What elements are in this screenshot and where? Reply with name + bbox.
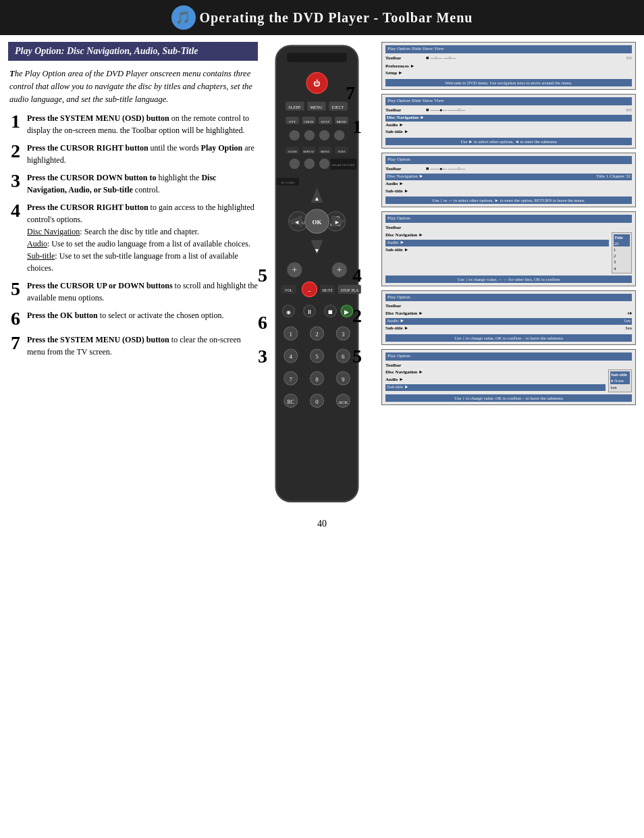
ss1-title: Play Option Slide Show View [385,45,632,53]
svg-text:REPAT: REPAT [321,150,329,153]
ss6-title: Play Option [385,352,632,361]
svg-text:6: 6 [342,353,345,360]
ss5-footer: Use ↕ to change value, OK to confirm – t… [385,334,632,342]
svg-text:OK: OK [313,219,322,226]
svg-text:+: + [337,265,342,275]
svg-text:REPEAT: REPEAT [303,150,314,153]
svg-point-32 [319,159,329,169]
ss6-footer: Use ↕ to change value, OK to confirm – t… [385,394,632,402]
ss3-title: Play Option [385,156,632,164]
svg-text:OTY: OTY [289,120,296,124]
svg-text:⏹: ⏹ [327,309,333,315]
ss1-footer: Welcome to DVD menu. Use navigation keys… [385,79,632,86]
step-1-content: Press the SYSTEM MENU (OSD) button on th… [27,112,258,136]
step-7-number: 7 [8,334,23,352]
step-5-number: 5 [8,280,23,298]
screenshot-5: Play Option Toolbar Disc Navigation ►4♦ … [381,290,636,345]
step-4: 4 Press the CURSOR RIGHT button to gain … [8,201,258,274]
step-2-number: 2 [8,142,23,161]
step-4-content: Press the CURSOR RIGHT button to gain ac… [27,201,258,274]
step-6-number: 6 [8,309,23,328]
left-column: Play Option: Disc Navigation, Audio, Sub… [8,42,258,508]
page-number: 40 [0,519,644,540]
page-header: 🎵 Operating the DVD Player - Toolbar Men… [0,0,644,35]
overlay-4: 4 [352,265,362,286]
svg-text:►: ► [334,219,340,226]
svg-point-20 [319,130,329,140]
step-5: 5 Press the CURSOR UP or DOWN buttons to… [8,280,258,304]
step-2: 2 Press the CURSOR RIGHT button until th… [8,142,258,166]
screenshot-4: Play Option Toolbar Disc Navigation ► Au… [381,211,636,286]
svg-text:MENU: MENU [337,120,347,124]
step-2-content: Press the CURSOR RIGHT button until the … [27,142,258,166]
overlay-2: 2 [352,305,362,327]
visual-area: 7 1 5 6 4 2 5 3 ⏻ [265,42,636,508]
svg-text:7: 7 [290,376,293,383]
screenshots-column: Play Option Slide Show View Toolbar ■ —○… [381,42,636,508]
svg-text:◉: ◉ [286,309,291,315]
svg-text:SYST: SYST [321,120,329,124]
overlay-7: 7 [346,82,355,104]
ss5-title: Play Option [385,294,632,302]
svg-text:+: + [292,265,297,275]
svg-text:STOP: STOP [341,288,350,292]
svg-text:5: 5 [315,353,319,360]
ss2-footer: Use ► to select other options, ◄ to ente… [385,138,632,145]
svg-text:9: 9 [342,376,345,383]
svg-point-18 [290,130,300,140]
screenshot-2: Play Option Slide Show View Toolbar ■ ——… [381,94,636,149]
svg-text:AUDIO: AUDIO [288,150,297,153]
svg-text:RC: RC [288,399,294,405]
svg-text:SUBT: SUBT [338,150,346,153]
svg-text:MENU: MENU [310,105,323,109]
svg-point-31 [304,159,315,169]
intro-paragraph: The Play Option area of the DVD Player o… [8,68,258,105]
overlay-5b: 5 [352,346,362,367]
overlay-6: 6 [258,312,267,334]
step-5-content: Press the CURSOR UP or DOWN buttons to s… [27,280,258,304]
svg-text:▲: ▲ [314,195,320,202]
step-3: 3 Press the CURSOR DOWN button to highli… [8,172,258,196]
section-title: Play Option: Disc Navigation, Audio, Sub… [8,42,258,61]
svg-text:CHOX: CHOX [304,120,313,124]
step-7: 7 Press the SYSTEM MENU (OSD) button to … [8,334,258,358]
svg-text:3: 3 [342,331,345,338]
svg-text:SLEEP: SLEEP [288,105,301,109]
ss3-footer: Use ↕ or ↔ to select other options, ► to… [385,197,632,204]
svg-text:EJECT: EJECT [332,105,344,109]
svg-text:1: 1 [290,331,292,338]
step-1-number: 1 [8,112,23,131]
right-column: 7 1 5 6 4 2 5 3 ⏻ [265,42,636,508]
svg-text:◄: ◄ [294,219,300,226]
svg-point-21 [334,130,344,140]
svg-text:3D AUDIO: 3D AUDIO [281,181,294,184]
step-6: 6 Press the OK button to select or activ… [8,309,258,328]
svg-text:2: 2 [315,331,318,338]
overlay-1: 1 [352,116,362,138]
svg-text:ACK: ACK [338,400,348,404]
overlay-3: 3 [258,346,267,367]
step-4-number: 4 [8,201,23,220]
screenshot-1: Play Option Slide Show View Toolbar ■ —○… [381,42,636,90]
svg-text:▼: ▼ [314,247,320,254]
svg-text:▶: ▶ [344,309,349,315]
svg-text:VOL: VOL [285,288,293,292]
header-title: Operating the DVD Player - Toolbar Menu [200,10,473,26]
remote-container: 7 1 5 6 4 2 5 3 ⏻ [265,42,376,508]
svg-text:⏸: ⏸ [306,309,313,315]
svg-text:0: 0 [315,398,319,405]
svg-text:PLA: PLA [352,288,358,292]
step-3-number: 3 [8,172,23,190]
ss4-title: Play Option [385,215,632,223]
step-7-content: Press the SYSTEM MENU (OSD) button to cl… [27,334,258,358]
screenshot-6: Play Option Toolbar Disc Navigation ► Au… [381,349,636,405]
step-1: 1 Press the SYSTEM MENU (OSD) button on … [8,112,258,136]
step-3-content: Press the CURSOR DOWN button to highligh… [27,172,258,196]
ss2-title: Play Option Slide Show View [385,97,632,105]
svg-text:SMART PICTURE: SMART PICTURE [331,163,355,167]
svg-text:⏻: ⏻ [314,79,321,87]
screenshot-3: Play Option Toolbar ■ ——●— ——○— Disc Nav… [381,153,636,207]
step-6-content: Press the OK button to select or activat… [27,309,258,321]
overlay-5: 5 [258,265,267,286]
svg-text:4: 4 [290,353,293,360]
